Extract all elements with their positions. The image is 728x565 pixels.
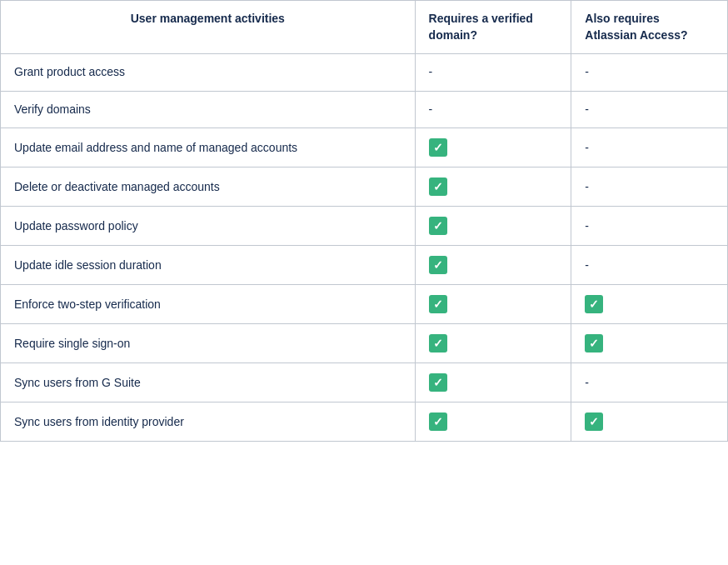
atlassian-access-cell: - xyxy=(571,168,728,207)
atlassian-access-cell: - xyxy=(571,128,728,168)
verified-domain-cell: - xyxy=(415,54,571,92)
atlassian-access-cell xyxy=(571,402,728,442)
verified-domain-cell xyxy=(415,324,571,363)
atlassian-access-cell: - xyxy=(571,363,728,402)
atlassian-access-cell: - xyxy=(571,91,728,128)
activity-cell: Require single sign-on xyxy=(1,324,416,363)
dash-value: - xyxy=(585,376,589,389)
table-row: Grant product access-- xyxy=(1,54,728,92)
atlassian-access-cell: - xyxy=(571,207,728,246)
atlassian-access-column-header: Also requires Atlassian Access? xyxy=(571,1,728,54)
verified-domain-cell xyxy=(415,207,571,246)
table-row: Update idle session duration- xyxy=(1,246,728,285)
check-icon xyxy=(429,138,447,157)
check-icon xyxy=(585,334,603,352)
activity-cell: Update email address and name of managed… xyxy=(1,128,416,168)
table-row: Update email address and name of managed… xyxy=(1,128,728,168)
atlassian-access-cell: - xyxy=(571,246,728,285)
verified-domain-cell xyxy=(415,285,571,324)
table-row: Update password policy- xyxy=(1,207,728,246)
dash-value: - xyxy=(585,141,589,154)
check-icon xyxy=(585,295,603,313)
check-icon xyxy=(429,334,447,352)
check-icon xyxy=(429,217,447,235)
check-icon xyxy=(429,412,447,431)
activity-cell: Verify domains xyxy=(1,91,416,128)
activity-cell: Delete or deactivate managed accounts xyxy=(1,168,416,207)
activity-cell: Sync users from identity provider xyxy=(1,402,416,442)
main-container: User management activities Requires a ve… xyxy=(0,0,728,565)
dash-value: - xyxy=(585,258,589,272)
check-icon xyxy=(429,295,447,313)
user-management-table: User management activities Requires a ve… xyxy=(0,0,728,442)
verified-domain-cell xyxy=(415,128,571,168)
atlassian-access-cell xyxy=(571,285,728,324)
check-icon xyxy=(429,178,447,196)
dash-value: - xyxy=(585,65,589,78)
check-icon xyxy=(429,373,447,392)
activity-column-header: User management activities xyxy=(1,1,416,54)
activity-cell: Update idle session duration xyxy=(1,246,416,285)
table-row: Enforce two-step verification xyxy=(1,285,728,324)
activity-cell: Grant product access xyxy=(1,54,416,92)
dash-value: - xyxy=(585,180,589,193)
table-row: Sync users from identity provider xyxy=(1,402,728,442)
verified-domain-cell xyxy=(415,246,571,285)
atlassian-access-cell xyxy=(571,324,728,363)
verified-domain-cell xyxy=(415,402,571,442)
check-icon xyxy=(585,412,603,431)
table-row: Sync users from G Suite- xyxy=(1,363,728,402)
dash-value: - xyxy=(429,102,433,116)
verified-domain-cell xyxy=(415,363,571,402)
check-icon xyxy=(429,256,447,274)
activity-cell: Sync users from G Suite xyxy=(1,363,416,402)
table-header-row: User management activities Requires a ve… xyxy=(1,1,728,54)
dash-value: - xyxy=(585,102,589,116)
atlassian-access-cell: - xyxy=(571,54,728,92)
activity-cell: Enforce two-step verification xyxy=(1,285,416,324)
dash-value: - xyxy=(585,219,589,232)
table-row: Delete or deactivate managed accounts- xyxy=(1,168,728,207)
dash-value: - xyxy=(429,65,433,78)
verified-domain-cell xyxy=(415,168,571,207)
verified-domain-column-header: Requires a verified domain? xyxy=(415,1,571,54)
table-row: Require single sign-on xyxy=(1,324,728,363)
table-row: Verify domains-- xyxy=(1,91,728,128)
verified-domain-cell: - xyxy=(415,91,571,128)
activity-cell: Update password policy xyxy=(1,207,416,246)
